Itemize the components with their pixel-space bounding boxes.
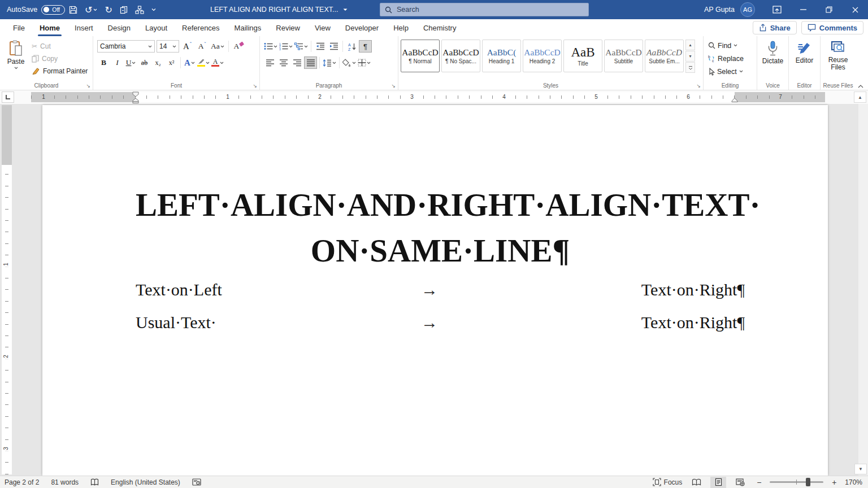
indent-markers[interactable]: [132, 91, 139, 103]
horizontal-ruler[interactable]: 1 1 2 3 4 5 6 7: [31, 92, 825, 102]
multilevel-list-button[interactable]: [294, 40, 309, 53]
zoom-out-button[interactable]: −: [754, 478, 763, 487]
find-button[interactable]: Find: [708, 39, 737, 52]
share-button[interactable]: Share: [753, 21, 797, 34]
align-center-button[interactable]: [277, 56, 290, 69]
paragraph-dialog-launcher[interactable]: ↘: [391, 83, 396, 89]
tab-insert[interactable]: Insert: [67, 19, 101, 36]
print-layout-button[interactable]: [710, 477, 726, 488]
numbering-button[interactable]: 123: [279, 40, 293, 53]
text-highlight-button[interactable]: [197, 56, 210, 69]
language-status[interactable]: English (United States): [111, 478, 180, 486]
heading-line-1[interactable]: LEFT·ALIGN·AND·RIGHT·ALIGN·TEXT·: [136, 182, 745, 228]
heading-line-2[interactable]: ON·SAME·LINE¶: [136, 228, 745, 273]
font-name-combobox[interactable]: Cambria: [97, 40, 155, 53]
right-indent-marker[interactable]: [731, 97, 738, 102]
justify-button[interactable]: [304, 56, 317, 69]
zoom-slider-handle[interactable]: [806, 478, 810, 486]
text-effects-button[interactable]: A: [183, 56, 196, 69]
style-subtitle[interactable]: AaBbCcDSubtitle: [604, 40, 643, 72]
page-number-status[interactable]: Page 2 of 2: [5, 478, 39, 486]
align-left-button[interactable]: [263, 56, 276, 69]
underline-button[interactable]: U: [124, 56, 137, 69]
italic-button[interactable]: I: [111, 56, 124, 69]
scroll-down-button[interactable]: ▼: [854, 464, 867, 474]
tab-mailings[interactable]: Mailings: [227, 19, 269, 36]
tab-chemistry[interactable]: Chemistry: [416, 19, 464, 36]
borders-button[interactable]: [357, 56, 371, 69]
ribbon-display-options-button[interactable]: [764, 0, 790, 19]
style-heading-2[interactable]: AaBbCcDHeading 2: [523, 40, 562, 72]
document-page[interactable]: LEFT·ALIGN·AND·RIGHT·ALIGN·TEXT· ON·SAME…: [42, 105, 828, 476]
tab-developer[interactable]: Developer: [338, 19, 386, 36]
select-button[interactable]: Select: [708, 65, 743, 78]
autosave-toggle[interactable]: AutoSave Off: [7, 5, 65, 15]
redo-button[interactable]: ↻: [105, 5, 112, 15]
replace-button[interactable]: bcReplace: [708, 52, 744, 65]
macro-recording-button[interactable]: [192, 478, 201, 486]
style-no-spacing[interactable]: AaBbCcD¶ No Spac...: [441, 40, 480, 72]
tab-references[interactable]: References: [175, 19, 227, 36]
bold-button[interactable]: B: [97, 56, 110, 69]
font-color-button[interactable]: A: [211, 56, 224, 69]
copy-button[interactable]: Copy: [32, 53, 88, 64]
styles-scroll-up-button[interactable]: ▴: [685, 40, 695, 50]
comments-button[interactable]: Comments: [801, 21, 863, 34]
save-button[interactable]: [69, 6, 77, 14]
tab-view[interactable]: View: [307, 19, 338, 36]
strikethrough-button[interactable]: ab: [138, 56, 151, 69]
read-mode-button[interactable]: [688, 477, 704, 488]
font-size-combobox[interactable]: 14: [157, 40, 179, 53]
shrink-font-button[interactable]: Aˇ: [196, 40, 209, 53]
left-aligned-text[interactable]: Usual·Text·: [136, 313, 216, 332]
undo-button[interactable]: ↺: [85, 5, 97, 15]
increase-indent-button[interactable]: [327, 40, 340, 53]
right-aligned-text[interactable]: Text·on·Right¶: [641, 280, 745, 299]
tab-design[interactable]: Design: [101, 19, 138, 36]
style-title[interactable]: AaBTitle: [563, 40, 602, 72]
tab-home[interactable]: Home: [32, 19, 67, 36]
vertical-ruler[interactable]: 1 2 3: [2, 105, 12, 474]
tab-selector-button[interactable]: [2, 91, 14, 103]
avatar[interactable]: AG: [740, 2, 755, 17]
clipboard-dialog-launcher[interactable]: ↘: [86, 83, 90, 89]
proofing-status-button[interactable]: [90, 478, 99, 486]
word-count-status[interactable]: 81 words: [51, 478, 79, 486]
customize-quick-access-button[interactable]: [151, 8, 156, 11]
tab-layout[interactable]: Layout: [138, 19, 175, 36]
collapse-ribbon-button[interactable]: [858, 85, 863, 88]
search-box[interactable]: [380, 3, 589, 16]
bullets-button[interactable]: [263, 40, 278, 53]
tab-help[interactable]: Help: [386, 19, 416, 36]
show-hide-formatting-button[interactable]: ¶: [359, 40, 372, 53]
editor-button[interactable]: Editor: [791, 39, 818, 64]
styles-scroll-down-button[interactable]: ▾: [685, 51, 695, 62]
web-layout-button[interactable]: [732, 477, 748, 488]
left-aligned-text[interactable]: Text·on·Left: [136, 280, 222, 299]
font-dialog-launcher[interactable]: ↘: [253, 83, 257, 89]
align-right-button[interactable]: [290, 56, 303, 69]
scroll-up-button[interactable]: ▲: [854, 91, 866, 103]
document-title-menu[interactable]: LEFT ALIGN AND RIGHT ALIGN TEXT...: [210, 0, 348, 19]
zoom-slider[interactable]: [770, 481, 823, 483]
tab-file[interactable]: File: [6, 19, 32, 36]
format-painter-button[interactable]: Format Painter: [32, 66, 88, 76]
shading-button[interactable]: [342, 56, 357, 69]
style-subtle-emphasis[interactable]: AaBbCcDSubtle Em...: [645, 40, 684, 72]
close-button[interactable]: [842, 0, 868, 19]
tab-review[interactable]: Review: [268, 19, 307, 36]
sort-button[interactable]: AZ: [345, 40, 358, 53]
styles-more-button[interactable]: [685, 62, 695, 73]
cut-button[interactable]: ✂Cut: [32, 41, 88, 51]
styles-dialog-launcher[interactable]: ↘: [696, 83, 701, 89]
zoom-level-button[interactable]: 170%: [845, 478, 862, 486]
reuse-files-button[interactable]: ReuseFiles: [823, 39, 853, 71]
dictate-button[interactable]: Dictate: [760, 39, 786, 65]
paste-button[interactable]: Paste: [2, 39, 29, 81]
document-heading[interactable]: LEFT·ALIGN·AND·RIGHT·ALIGN·TEXT· ON·SAME…: [136, 105, 745, 273]
clear-formatting-button[interactable]: A: [232, 40, 245, 53]
right-aligned-text[interactable]: Text·on·Right¶: [641, 313, 745, 332]
style-heading-1[interactable]: AaBbC(Heading 1: [482, 40, 521, 72]
hierarchy-addin-button[interactable]: [135, 6, 144, 14]
focus-mode-button[interactable]: Focus: [653, 478, 683, 486]
